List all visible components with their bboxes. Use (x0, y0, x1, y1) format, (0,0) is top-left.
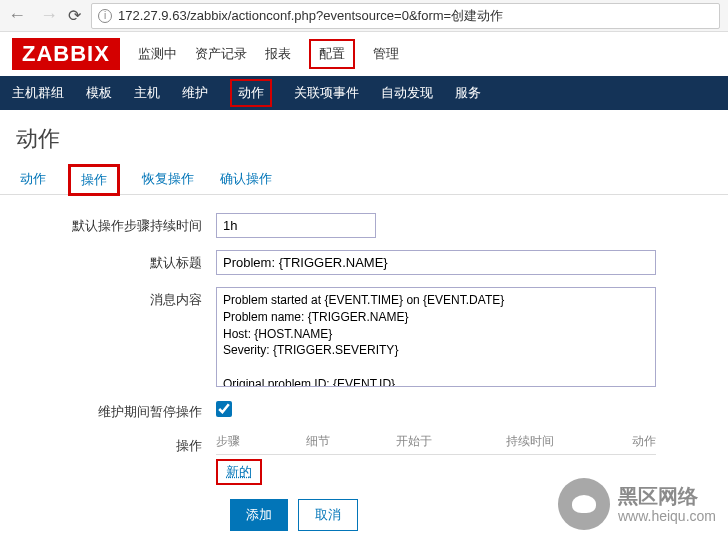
duration-input[interactable] (216, 213, 376, 238)
ops-col-start: 开始于 (396, 433, 506, 450)
add-button[interactable]: 添加 (230, 499, 288, 531)
watermark-url: www.heiqu.com (618, 508, 716, 525)
cancel-button[interactable]: 取消 (298, 499, 358, 531)
subnav-maintenance[interactable]: 维护 (182, 84, 208, 102)
title-input[interactable] (216, 250, 656, 275)
info-icon: i (98, 9, 112, 23)
forward-icon[interactable]: → (40, 5, 58, 26)
page-title: 动作 (0, 110, 728, 164)
nav-reports[interactable]: 报表 (265, 45, 291, 63)
subnav-hosts[interactable]: 主机 (134, 84, 160, 102)
tab-recovery[interactable]: 恢复操作 (138, 164, 198, 194)
subnav-hostgroups[interactable]: 主机群组 (12, 84, 64, 102)
nav-configuration[interactable]: 配置 (309, 39, 355, 69)
pause-label: 维护期间暂停操作 (16, 399, 216, 421)
message-textarea[interactable]: Problem started at {EVENT.TIME} on {EVEN… (216, 287, 656, 387)
logo[interactable]: ZABBIX (12, 38, 120, 70)
ops-col-action: 动作 (606, 433, 656, 450)
sub-nav: 主机群组 模板 主机 维护 动作 关联项事件 自动发现 服务 (0, 76, 728, 110)
title-label: 默认标题 (16, 250, 216, 272)
watermark: 黑区网络 www.heiqu.com (558, 478, 716, 530)
top-nav: ZABBIX 监测中 资产记录 报表 配置 管理 (0, 32, 728, 76)
url-text: 172.27.9.63/zabbix/actionconf.php?events… (118, 7, 503, 25)
tab-operations[interactable]: 操作 (68, 164, 120, 196)
ops-col-steps: 步骤 (216, 433, 306, 450)
duration-label: 默认操作步骤持续时间 (16, 213, 216, 235)
nav-monitoring[interactable]: 监测中 (138, 45, 177, 63)
tab-row: 动作 操作 恢复操作 确认操作 (0, 164, 728, 195)
nav-administration[interactable]: 管理 (373, 45, 399, 63)
back-icon[interactable]: ← (8, 5, 26, 26)
subnav-discovery[interactable]: 自动发现 (381, 84, 433, 102)
subnav-correlation[interactable]: 关联项事件 (294, 84, 359, 102)
subnav-services[interactable]: 服务 (455, 84, 481, 102)
nav-inventory[interactable]: 资产记录 (195, 45, 247, 63)
reload-icon[interactable]: ⟳ (68, 6, 81, 25)
subnav-actions[interactable]: 动作 (230, 79, 272, 107)
ops-col-duration: 持续时间 (506, 433, 606, 450)
tab-acknowledge[interactable]: 确认操作 (216, 164, 276, 194)
ops-col-details: 细节 (306, 433, 396, 450)
browser-bar: ← → ⟳ i 172.27.9.63/zabbix/actionconf.ph… (0, 0, 728, 32)
url-bar[interactable]: i 172.27.9.63/zabbix/actionconf.php?even… (91, 3, 720, 29)
ops-label: 操作 (16, 433, 216, 455)
pause-checkbox[interactable] (216, 401, 232, 417)
watermark-title: 黑区网络 (618, 484, 716, 508)
subnav-templates[interactable]: 模板 (86, 84, 112, 102)
new-operation-link[interactable]: 新的 (216, 459, 262, 485)
message-label: 消息内容 (16, 287, 216, 309)
watermark-logo-icon (558, 478, 610, 530)
tab-action[interactable]: 动作 (16, 164, 50, 194)
